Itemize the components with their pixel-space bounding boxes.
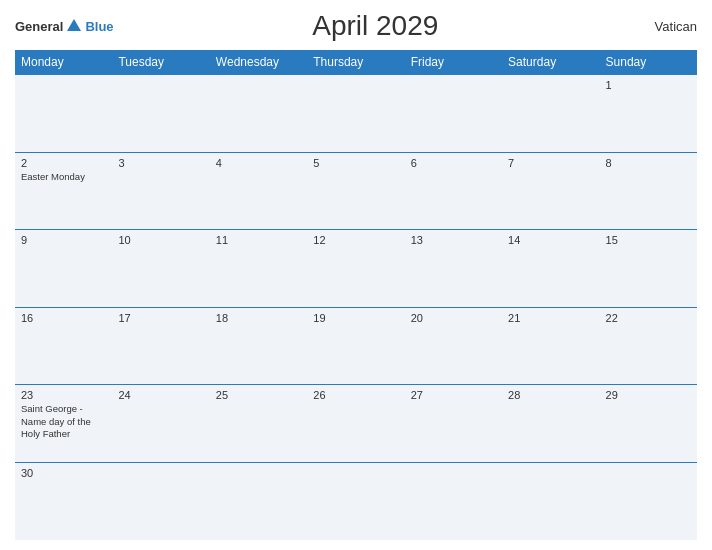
day-event: Easter Monday <box>21 171 106 183</box>
calendar-cell-3-4: 20 <box>405 307 502 385</box>
header-sunday: Sunday <box>600 50 697 75</box>
calendar-cell-3-2: 18 <box>210 307 307 385</box>
logo: General Blue <box>15 17 114 35</box>
calendar-cell-3-0: 16 <box>15 307 112 385</box>
calendar-cell-0-5 <box>502 75 599 153</box>
calendar-cell-2-6: 15 <box>600 230 697 308</box>
calendar-header: General Blue April 2029 Vatican <box>15 10 697 42</box>
calendar-cell-0-3 <box>307 75 404 153</box>
header-thursday: Thursday <box>307 50 404 75</box>
header-wednesday: Wednesday <box>210 50 307 75</box>
calendar-cell-1-4: 6 <box>405 152 502 230</box>
calendar-cell-1-2: 4 <box>210 152 307 230</box>
calendar-cell-0-6: 1 <box>600 75 697 153</box>
calendar-cell-2-5: 14 <box>502 230 599 308</box>
calendar-row-2: 9101112131415 <box>15 230 697 308</box>
calendar-cell-4-3: 26 <box>307 385 404 463</box>
calendar-cell-5-6 <box>600 462 697 540</box>
day-number: 22 <box>606 312 691 324</box>
day-number: 15 <box>606 234 691 246</box>
header-friday: Friday <box>405 50 502 75</box>
day-number: 20 <box>411 312 496 324</box>
day-number: 1 <box>606 79 691 91</box>
calendar-cell-2-2: 11 <box>210 230 307 308</box>
day-number: 24 <box>118 389 203 401</box>
day-number: 16 <box>21 312 106 324</box>
calendar-cell-5-1 <box>112 462 209 540</box>
calendar-table: Monday Tuesday Wednesday Thursday Friday… <box>15 50 697 540</box>
day-number: 18 <box>216 312 301 324</box>
calendar-cell-4-4: 27 <box>405 385 502 463</box>
calendar-cell-5-5 <box>502 462 599 540</box>
calendar-cell-0-4 <box>405 75 502 153</box>
day-number: 12 <box>313 234 398 246</box>
calendar-cell-0-2 <box>210 75 307 153</box>
day-number: 3 <box>118 157 203 169</box>
calendar-cell-5-2 <box>210 462 307 540</box>
day-event: Saint George - Name day of the Holy Fath… <box>21 403 106 440</box>
day-number: 29 <box>606 389 691 401</box>
day-number: 27 <box>411 389 496 401</box>
calendar-cell-1-3: 5 <box>307 152 404 230</box>
calendar-cell-3-1: 17 <box>112 307 209 385</box>
day-number: 9 <box>21 234 106 246</box>
calendar-cell-4-5: 28 <box>502 385 599 463</box>
day-number: 8 <box>606 157 691 169</box>
day-number: 7 <box>508 157 593 169</box>
logo-blue-text: Blue <box>85 19 113 34</box>
calendar-cell-3-6: 22 <box>600 307 697 385</box>
header-saturday: Saturday <box>502 50 599 75</box>
calendar-cell-3-5: 21 <box>502 307 599 385</box>
calendar-cell-0-0 <box>15 75 112 153</box>
day-number: 25 <box>216 389 301 401</box>
calendar-cell-2-0: 9 <box>15 230 112 308</box>
logo-triangle-icon <box>67 19 81 31</box>
day-number: 21 <box>508 312 593 324</box>
header-tuesday: Tuesday <box>112 50 209 75</box>
day-number: 14 <box>508 234 593 246</box>
day-number: 30 <box>21 467 106 479</box>
day-number: 28 <box>508 389 593 401</box>
weekday-header-row: Monday Tuesday Wednesday Thursday Friday… <box>15 50 697 75</box>
day-number: 6 <box>411 157 496 169</box>
calendar-row-3: 16171819202122 <box>15 307 697 385</box>
day-number: 10 <box>118 234 203 246</box>
calendar-cell-2-1: 10 <box>112 230 209 308</box>
calendar-cell-4-6: 29 <box>600 385 697 463</box>
calendar-cell-3-3: 19 <box>307 307 404 385</box>
calendar-cell-0-1 <box>112 75 209 153</box>
calendar-cell-2-4: 13 <box>405 230 502 308</box>
day-number: 2 <box>21 157 106 169</box>
calendar-row-4: 23Saint George - Name day of the Holy Fa… <box>15 385 697 463</box>
calendar-cell-5-0: 30 <box>15 462 112 540</box>
day-number: 4 <box>216 157 301 169</box>
calendar-cell-1-0: 2Easter Monday <box>15 152 112 230</box>
day-number: 13 <box>411 234 496 246</box>
country-label: Vatican <box>637 19 697 34</box>
calendar-cell-1-5: 7 <box>502 152 599 230</box>
calendar-cell-4-0: 23Saint George - Name day of the Holy Fa… <box>15 385 112 463</box>
calendar-page: General Blue April 2029 Vatican Monday T… <box>0 0 712 550</box>
calendar-cell-5-3 <box>307 462 404 540</box>
calendar-cell-5-4 <box>405 462 502 540</box>
calendar-cell-1-1: 3 <box>112 152 209 230</box>
logo-general-text: General <box>15 19 63 34</box>
day-number: 26 <box>313 389 398 401</box>
day-number: 19 <box>313 312 398 324</box>
calendar-cell-1-6: 8 <box>600 152 697 230</box>
calendar-cell-2-3: 12 <box>307 230 404 308</box>
calendar-cell-4-1: 24 <box>112 385 209 463</box>
calendar-row-0: 1 <box>15 75 697 153</box>
day-number: 11 <box>216 234 301 246</box>
day-number: 5 <box>313 157 398 169</box>
calendar-row-1: 2Easter Monday345678 <box>15 152 697 230</box>
calendar-title: April 2029 <box>114 10 637 42</box>
day-number: 17 <box>118 312 203 324</box>
calendar-row-5: 30 <box>15 462 697 540</box>
calendar-cell-4-2: 25 <box>210 385 307 463</box>
header-monday: Monday <box>15 50 112 75</box>
day-number: 23 <box>21 389 106 401</box>
